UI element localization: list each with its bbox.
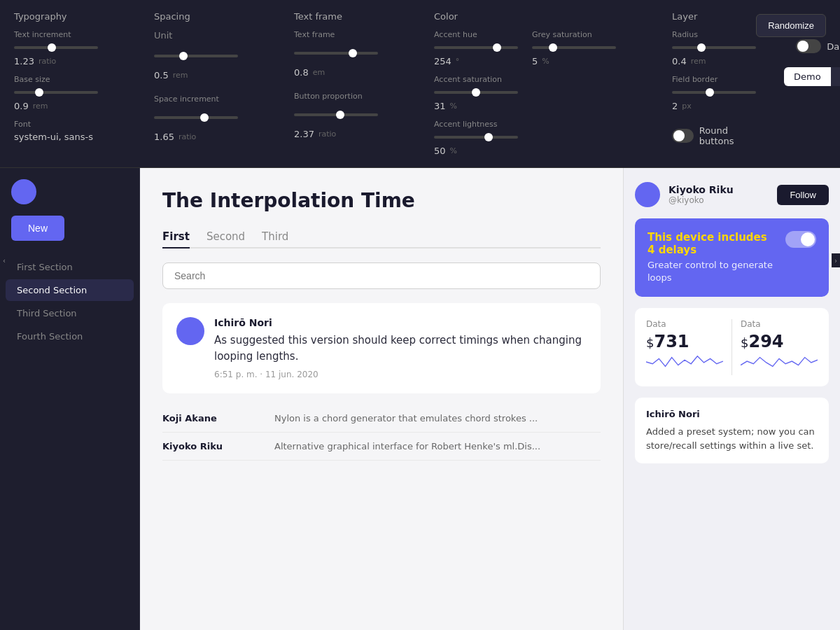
font-label: Font [14, 120, 98, 129]
grey-sat-slider[interactable] [532, 46, 616, 49]
layer-title: Layer [672, 11, 756, 22]
dark-mode-row: Dark mode [796, 39, 840, 53]
font-value: system-ui, sans-s [14, 132, 98, 142]
field-border-slider[interactable] [672, 91, 756, 94]
round-buttons-row: Round buttons [672, 125, 756, 146]
color-title: Color [434, 11, 616, 22]
user-card: Kiyoko Riku @kiyoko Follow [635, 182, 829, 207]
randomize-button[interactable]: Randomize [756, 14, 826, 37]
base-size-control: Base size 0.9 rem [14, 75, 98, 111]
right-panel: Kiyoko Riku @kiyoko Follow This device i… [623, 168, 840, 630]
text-frame-slider[interactable] [294, 52, 378, 55]
device-card: This device includes 4 delays Greater co… [635, 218, 829, 297]
color-row-1: Accent hue 254 ° Grey saturation 5 % [434, 30, 616, 66]
tab-specs[interactable]: Specs [831, 67, 840, 86]
bottom-comment-card: Ichirō Nori Added a preset system; now y… [635, 398, 829, 463]
spacing-section: Spacing Unit 0.5 rem Space increment 1.6… [154, 11, 238, 142]
list-item: Koji Akane Nylon is a chord generator th… [162, 405, 601, 433]
user-avatar [635, 182, 660, 207]
radius-slider[interactable] [672, 46, 756, 49]
sidebar-item-third-section[interactable]: Third Section [6, 302, 134, 324]
data-item-1: Data $731 [646, 319, 723, 375]
scroll-left-arrow[interactable]: ‹ [0, 253, 8, 267]
new-button[interactable]: New [11, 216, 64, 241]
data-item-2: Data $294 [741, 319, 818, 375]
comment-text: As suggested this version should keep co… [214, 332, 587, 364]
spacing-unit-sublabel: Unit [154, 30, 238, 41]
accent-sat-slider[interactable] [434, 91, 518, 94]
accent-light-slider[interactable] [434, 136, 518, 139]
device-card-highlight: 4 delays [648, 244, 696, 256]
round-buttons-toggle[interactable] [672, 129, 694, 143]
unit-thumb[interactable] [179, 52, 188, 60]
sidebar-item-fourth-section[interactable]: Fourth Section [6, 326, 134, 347]
base-size-thumb[interactable] [35, 88, 43, 97]
comment-author: Ichirō Nori [214, 317, 587, 328]
text-frame-value: 0.8 em [294, 67, 378, 78]
list-item: Kiyoko Riku Alternative graphical interf… [162, 433, 601, 461]
unit-slider[interactable] [154, 55, 238, 57]
text-increment-label: Text increment [14, 30, 98, 39]
base-size-value: 0.9 rem [14, 101, 98, 111]
tab-third[interactable]: Third [262, 226, 288, 248]
dark-mode-toggle[interactable] [796, 39, 821, 53]
tab-second[interactable]: Second [206, 226, 245, 248]
list-row-name: Koji Akane [162, 413, 260, 424]
user-handle: @kiyoko [668, 195, 734, 205]
space-increment-value: 1.65 ratio [154, 132, 238, 142]
sidebar-item-first-section[interactable]: First Section [6, 256, 134, 278]
scroll-right-arrow[interactable]: › [832, 253, 840, 267]
data-divider [732, 319, 732, 375]
main-comment-card: Ichirō Nori As suggested this version sh… [162, 303, 601, 393]
search-input[interactable] [162, 262, 601, 289]
data-chart-1 [646, 351, 723, 372]
layer-section: Layer Radius 0.4 rem Field border 2 px [672, 11, 756, 146]
content-tabs: First Second Third [162, 226, 601, 248]
text-increment-thumb[interactable] [48, 43, 56, 52]
sidebar-item-second-section[interactable]: Second Section [6, 279, 134, 301]
follow-button[interactable]: Follow [777, 185, 829, 205]
typography-section: Typography Text increment 1.23 ratio Bas… [14, 11, 98, 142]
space-increment-thumb[interactable] [200, 113, 209, 122]
page-title: The Interpolation Time [162, 189, 601, 212]
data-value-2: $294 [741, 332, 818, 351]
text-frame-label: Text frame [294, 30, 378, 39]
main-area: New First Section Second Section Third S… [0, 168, 840, 630]
round-buttons-label: Round buttons [699, 125, 756, 146]
accent-hue-slider[interactable] [434, 46, 518, 49]
data-label-1: Data [646, 319, 723, 329]
typography-title: Typography [14, 11, 98, 22]
comment-avatar [176, 317, 204, 345]
color-section: Color Accent hue 254 ° Grey saturation 5 [434, 11, 616, 156]
unit-value: 0.5 rem [154, 70, 238, 80]
data-chart-2 [741, 351, 818, 372]
list-row-desc: Nylon is a chord generator that emulates… [274, 413, 538, 424]
button-proportion-slider[interactable] [294, 113, 378, 116]
base-size-label: Base size [14, 75, 98, 84]
text-increment-slider[interactable] [14, 46, 98, 49]
device-toggle-knob [801, 232, 815, 246]
demo-specs-tabs: Demo Specs [784, 67, 840, 86]
bottom-comment-text: Added a preset system; now you can store… [646, 425, 818, 452]
base-size-slider[interactable] [14, 91, 98, 94]
spacing-title: Spacing [154, 11, 238, 22]
button-proportion-thumb[interactable] [336, 111, 344, 119]
button-proportion-value: 2.37 ratio [294, 129, 378, 139]
space-increment-slider[interactable] [154, 116, 238, 119]
text-frame-title: Text frame [294, 11, 378, 22]
button-proportion-label: Button proportion [294, 92, 378, 101]
tab-first[interactable]: First [162, 226, 190, 248]
device-card-title: This device includes 4 delays [648, 231, 776, 256]
text-increment-value: 1.23 ratio [14, 56, 98, 66]
list-row-desc: Alternative graphical interface for Robe… [274, 441, 540, 451]
list-items: Koji Akane Nylon is a chord generator th… [162, 405, 601, 461]
tab-demo[interactable]: Demo [784, 67, 831, 86]
text-frame-thumb[interactable] [349, 49, 357, 57]
data-value-1: $731 [646, 332, 723, 351]
text-frame-section: Text frame Text frame 0.8 em Button prop… [294, 11, 378, 139]
device-card-desc: Greater control to generate loops [648, 259, 776, 284]
comment-time: 6:51 p. m. · 11 jun. 2020 [214, 370, 587, 379]
device-toggle[interactable] [785, 231, 816, 248]
dark-mode-knob [797, 41, 808, 52]
data-card: Data $731 Data $294 [635, 308, 829, 386]
